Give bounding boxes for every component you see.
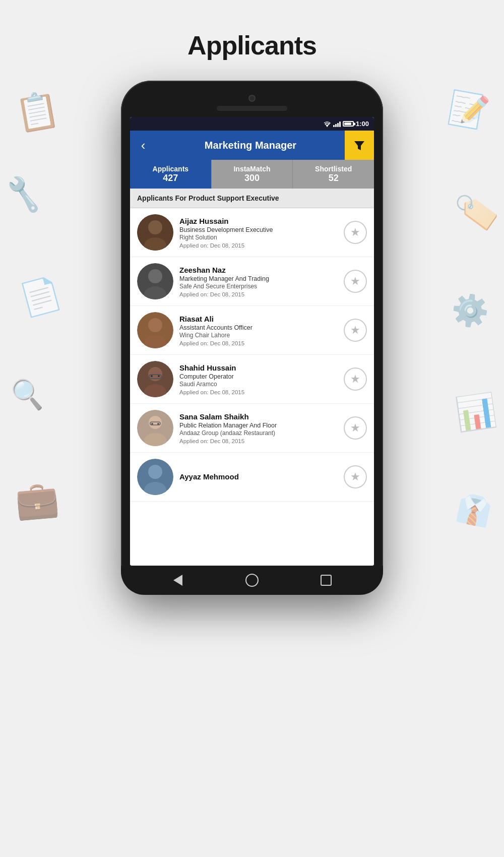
status-icons: 1:00 <box>323 120 369 128</box>
svg-point-15 <box>158 375 160 377</box>
phone-body: 1:00 ‹ Marketing Manager Applicants 42 <box>121 81 383 595</box>
header-title: Marketing Manager <box>156 140 345 151</box>
applicant-company: Andaaz Group (andaaz Restaurant) <box>179 430 338 437</box>
filter-button[interactable] <box>345 131 374 160</box>
svg-point-9 <box>148 318 162 332</box>
applicant-item[interactable]: Zeeshan Naz Marketing Manager And Tradin… <box>130 257 374 306</box>
avatar <box>137 263 173 299</box>
applicant-date: Applied on: Dec 08, 2015 <box>179 340 338 346</box>
back-nav-icon <box>173 575 182 586</box>
applicant-company: Right Solution <box>179 234 338 241</box>
applicant-date: Applied on: Dec 08, 2015 <box>179 242 338 249</box>
wifi-icon <box>323 121 331 127</box>
star-button[interactable]: ★ <box>344 221 367 244</box>
star-button[interactable]: ★ <box>344 416 367 440</box>
avatar <box>137 312 173 348</box>
phone-frame: 1:00 ‹ Marketing Manager Applicants 42 <box>121 81 383 595</box>
tab-shortlisted[interactable]: Shortlisted 52 <box>293 160 374 189</box>
svg-point-14 <box>151 375 153 377</box>
applicant-company: Safe And Secure Enterprises <box>179 283 338 290</box>
svg-marker-1 <box>354 141 364 150</box>
signal-icon <box>333 121 341 127</box>
applicant-info: Shahid Hussain Computer Operator Saudi A… <box>179 363 338 395</box>
tabs-bar: Applicants 427 InstaMatch 300 Shortliste… <box>130 160 374 189</box>
recent-nav-button[interactable] <box>318 572 334 588</box>
applicant-role: Marketing Manager And Trading <box>179 275 338 282</box>
tab-instamatch[interactable]: InstaMatch 300 <box>212 160 293 189</box>
applicant-name: Zeeshan Naz <box>179 266 338 274</box>
star-button[interactable]: ★ <box>344 319 367 342</box>
svg-point-3 <box>148 220 162 234</box>
applicant-info: Ayyaz Mehmood <box>179 472 338 482</box>
applicant-date: Applied on: Dec 08, 2015 <box>179 438 338 444</box>
applicant-name: Aijaz Hussain <box>179 217 338 225</box>
applicant-role: Assistant Accounts Officer <box>179 324 338 331</box>
back-button[interactable]: ‹ <box>130 131 156 160</box>
applicant-name: Shahid Hussain <box>179 363 338 372</box>
applicant-info: Riasat Ali Assistant Accounts Officer Wi… <box>179 315 338 346</box>
status-bar: 1:00 <box>130 117 374 131</box>
avatar <box>137 410 173 446</box>
back-nav-button[interactable] <box>170 572 186 588</box>
applicant-info: Aijaz Hussain Business Development Execu… <box>179 217 338 249</box>
applicant-item[interactable]: Sana Salam Shaikh Public Relation Manage… <box>130 404 374 453</box>
screen: 1:00 ‹ Marketing Manager Applicants 42 <box>130 117 374 566</box>
applicant-item[interactable]: Shahid Hussain Computer Operator Saudi A… <box>130 355 374 404</box>
svg-point-0 <box>327 126 328 127</box>
applicant-role: Public Relation Manager And Floor <box>179 422 338 429</box>
applicant-item[interactable]: Aijaz Hussain Business Development Execu… <box>130 208 374 257</box>
applicant-name: Sana Salam Shaikh <box>179 412 338 421</box>
applicant-date: Applied on: Dec 08, 2015 <box>179 389 338 395</box>
app-header: ‹ Marketing Manager <box>130 131 374 160</box>
applicant-name: Riasat Ali <box>179 315 338 323</box>
applicant-info: Sana Salam Shaikh Public Relation Manage… <box>179 412 338 444</box>
applicant-company: Saudi Aramco <box>179 381 338 388</box>
avatar <box>137 361 173 397</box>
applicant-item[interactable]: Riasat Ali Assistant Accounts Officer Wi… <box>130 306 374 355</box>
section-header: Applicants For Product Support Executive <box>130 189 374 208</box>
avatar <box>137 214 173 251</box>
applicant-role: Business Development Executive <box>179 226 338 233</box>
filter-icon <box>352 138 366 152</box>
phone-nav-bar <box>121 566 383 595</box>
battery-icon <box>343 121 354 127</box>
applicant-list: Aijaz Hussain Business Development Execu… <box>130 208 374 566</box>
avatar <box>137 459 173 495</box>
phone-top-hardware <box>130 90 374 117</box>
recent-nav-icon <box>321 575 332 586</box>
battery-fill <box>344 123 351 125</box>
applicant-date: Applied on: Dec 08, 2015 <box>179 291 338 297</box>
applicant-name: Ayyaz Mehmood <box>179 472 338 481</box>
star-button[interactable]: ★ <box>344 368 367 391</box>
applicant-company: Wing Chair Lahore <box>179 332 338 339</box>
svg-point-6 <box>148 269 162 283</box>
page-title: Applicants <box>187 30 317 60</box>
phone-camera <box>248 95 256 102</box>
applicant-info: Zeeshan Naz Marketing Manager And Tradin… <box>179 266 338 297</box>
home-nav-button[interactable] <box>244 572 260 588</box>
status-time: 1:00 <box>356 120 369 128</box>
phone-speaker <box>217 106 287 111</box>
section-header-text: Applicants For Product Support Executive <box>137 194 279 202</box>
tab-applicants[interactable]: Applicants 427 <box>130 160 212 189</box>
star-button[interactable]: ★ <box>344 465 367 488</box>
applicant-role: Computer Operator <box>179 373 338 380</box>
applicant-item[interactable]: Ayyaz Mehmood ★ <box>130 453 374 502</box>
star-button[interactable]: ★ <box>344 270 367 293</box>
home-nav-icon <box>245 574 259 587</box>
svg-point-24 <box>148 465 162 479</box>
